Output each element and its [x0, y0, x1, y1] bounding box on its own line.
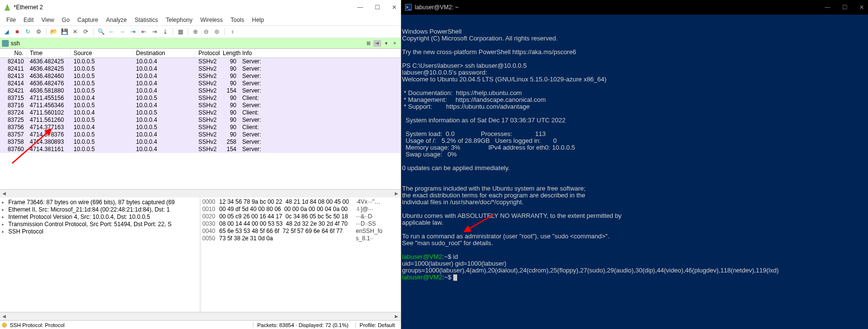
status-profile[interactable]: Profile: Default: [355, 322, 399, 328]
add-filter-icon[interactable]: +: [391, 40, 399, 47]
terminal-line: PS C:\Users\labuser> ssh labuser@10.0.0.…: [402, 62, 867, 69]
filter-dropdown-icon[interactable]: ▾: [382, 40, 390, 47]
menu-tools[interactable]: Tools: [227, 16, 248, 24]
resize-columns-icon[interactable]: ⫞: [228, 27, 236, 36]
packet-row[interactable]: 837564714.37716310.0.0.410.0.0.5SSHv290C…: [0, 124, 401, 131]
terminal-line: [402, 206, 867, 213]
packet-row[interactable]: 837244711.56010210.0.0.410.0.0.5SSHv290C…: [0, 109, 401, 116]
packet-row[interactable]: 824144636.48247610.0.0.510.0.0.4SSHv290S…: [0, 80, 401, 87]
zoom-reset-icon[interactable]: ⊜: [212, 27, 221, 36]
maximize-button[interactable]: ☐: [375, 4, 380, 11]
restart-capture-icon[interactable]: ↻: [23, 27, 32, 36]
col-source[interactable]: Source: [71, 49, 133, 58]
packet-row[interactable]: 837164711.45634610.0.0.510.0.0.4SSHv290S…: [0, 102, 401, 109]
capture-options-icon[interactable]: ⚙: [34, 27, 43, 36]
zoom-in-icon[interactable]: ⊕: [191, 27, 200, 36]
minimize-button[interactable]: —: [357, 4, 363, 11]
stop-capture-icon[interactable]: ■: [13, 27, 21, 36]
detail-node[interactable]: ▸Transmission Control Protocol, Src Port…: [2, 220, 197, 228]
terminal-line: The programs included with the Ubuntu sy…: [402, 185, 867, 192]
bookmark-filter-icon[interactable]: [2, 40, 9, 47]
terminal-line: * Management: https://landscape.canonica…: [402, 97, 867, 103]
wireshark-statusbar: SSH Protocol: Protocol Packets: 83854 · …: [0, 320, 401, 329]
expand-icon[interactable]: ▸: [2, 207, 6, 212]
terminal-line: [402, 124, 867, 131]
menu-wireless[interactable]: Wireless: [197, 16, 226, 24]
term-close-button[interactable]: ✕: [859, 4, 864, 11]
menu-edit[interactable]: Edit: [20, 16, 37, 24]
menu-file[interactable]: File: [3, 16, 19, 24]
terminal-output: uid=1000(labuser) gid=1000(labuser) grou…: [402, 260, 867, 274]
col-protocol[interactable]: Protocol: [195, 49, 220, 58]
packet-row[interactable]: 824214636.58188010.0.0.510.0.0.4SSHv2154…: [0, 87, 401, 95]
packet-row[interactable]: 837154711.45515610.0.0.410.0.0.5SSHv290C…: [0, 95, 401, 102]
detail-node[interactable]: ▸Internet Protocol Version 4, Src: 10.0.…: [2, 213, 197, 220]
expand-icon[interactable]: ▸: [2, 222, 6, 227]
term-maximize-button[interactable]: ☐: [842, 4, 848, 11]
prev-icon[interactable]: ←: [107, 27, 116, 36]
wireshark-titlebar: *Ethernet 2 — ☐ ✕: [0, 0, 401, 15]
terminal-line: [402, 178, 867, 185]
save-file-icon[interactable]: 💾: [60, 27, 69, 36]
first-icon[interactable]: ⇤: [139, 27, 148, 36]
packet-row[interactable]: 837254711.56126010.0.0.510.0.0.4SSHv290S…: [0, 116, 401, 124]
detail-node[interactable]: ▸Ethernet II, Src: Microsof_21:1d:84 (00…: [2, 206, 197, 213]
packet-row[interactable]: 824114636.48242510.0.0.510.0.0.4SSHv290S…: [0, 65, 401, 73]
packet-row[interactable]: 837574714.37837610.0.0.510.0.0.4SSHv290S…: [0, 131, 401, 138]
jump-icon[interactable]: ⇥: [129, 27, 137, 36]
find-icon[interactable]: 🔍: [96, 27, 105, 36]
packet-bytes-hex[interactable]: 00000010002000300040005012 34 56 78 9a b…: [201, 197, 401, 312]
terminal-body[interactable]: Windows PowerShellCopyright (C) Microsof…: [401, 15, 868, 329]
menu-statistics[interactable]: Statistics: [131, 16, 161, 24]
reload-icon[interactable]: ⟳: [81, 27, 90, 36]
zoom-out-icon[interactable]: ⊖: [202, 27, 211, 36]
wireshark-title: *Ethernet 2: [14, 4, 43, 11]
menu-view[interactable]: View: [38, 16, 58, 24]
close-file-icon[interactable]: ✕: [71, 27, 79, 36]
auto-scroll-icon[interactable]: ⤓: [161, 27, 170, 36]
colorize-icon[interactable]: ▦: [176, 27, 185, 36]
close-button[interactable]: ✕: [392, 4, 397, 11]
terminal-line: * Support: https://ubuntu.com/advantage: [402, 103, 867, 110]
terminal-line: [402, 56, 867, 62]
menu-go[interactable]: Go: [58, 16, 73, 24]
expert-info-icon[interactable]: [2, 323, 7, 328]
packet-row[interactable]: 824134636.48246010.0.0.510.0.0.4SSHv290S…: [0, 73, 401, 80]
col-info[interactable]: Info: [239, 49, 401, 58]
packet-list[interactable]: No.TimeSourceDestinationProtocolLengthIn…: [0, 49, 401, 189]
menu-help[interactable]: Help: [249, 16, 268, 24]
detail-node[interactable]: ▸Frame 73646: 87 bytes on wire (696 bits…: [2, 198, 197, 206]
menu-capture[interactable]: Capture: [74, 16, 102, 24]
apply-filter-icon[interactable]: ➔: [373, 40, 381, 47]
last-icon[interactable]: ⇥: [150, 27, 159, 36]
packet-details-tree[interactable]: ▸Frame 73646: 87 bytes on wire (696 bits…: [0, 197, 201, 312]
terminal-line: Try the new cross-platform PowerShell ht…: [402, 49, 867, 56]
col-no[interactable]: No.: [0, 49, 27, 58]
col-destination[interactable]: Destination: [133, 49, 195, 58]
expand-icon[interactable]: ▸: [2, 214, 6, 219]
packet-row[interactable]: 837584714.38089310.0.0.510.0.0.4SSHv2258…: [0, 138, 401, 146]
details-scrollbar[interactable]: ◀▶: [0, 312, 401, 320]
start-capture-icon[interactable]: ◢: [2, 27, 11, 36]
terminal-line: Swap usage: 0%: [402, 151, 867, 158]
term-minimize-button[interactable]: —: [825, 4, 830, 11]
menu-analyze[interactable]: Analyze: [103, 16, 131, 24]
powershell-icon: >_: [405, 4, 412, 11]
col-length[interactable]: Length: [220, 49, 239, 58]
expand-icon[interactable]: ▸: [2, 229, 6, 234]
svg-line-1: [464, 214, 494, 232]
clear-filter-icon[interactable]: ⊠: [365, 40, 372, 47]
wireshark-menubar: FileEditViewGoCaptureAnalyzeStatisticsTe…: [0, 15, 401, 25]
powershell-window: >_ labuser@VM2: ~ — ☐ ✕ Windows PowerShe…: [401, 0, 868, 329]
detail-node[interactable]: ▸SSH Protocol: [2, 228, 197, 235]
expand-icon[interactable]: ▸: [2, 200, 6, 205]
packet-list-scrollbar[interactable]: ◀▶: [0, 189, 401, 197]
packet-row[interactable]: 837604714.38116110.0.0.510.0.0.4SSHv2154…: [0, 146, 401, 153]
menu-telephony[interactable]: Telephony: [162, 16, 196, 24]
display-filter-input[interactable]: [10, 39, 364, 47]
open-file-icon[interactable]: 📂: [49, 27, 58, 36]
terminal-line: [402, 42, 867, 49]
next-icon[interactable]: →: [118, 27, 127, 36]
packet-row[interactable]: 824104636.48242510.0.0.510.0.0.4SSHv290S…: [0, 58, 401, 65]
col-time[interactable]: Time: [27, 49, 71, 58]
